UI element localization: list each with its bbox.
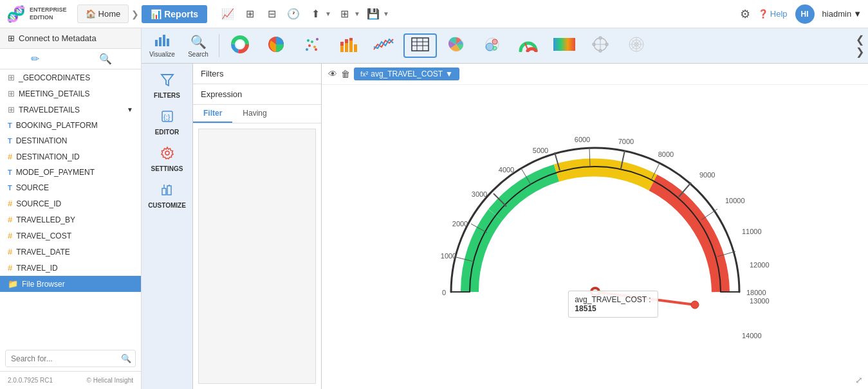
settings-tool[interactable]: SETTINGS [144,142,190,176]
filters-tool[interactable]: FILTERS [144,69,190,103]
measure-dropdown-arrow[interactable]: ▼ [445,69,453,78]
editor-icon: {;} [160,109,174,127]
home-icon: 🏠 [86,9,96,19]
table-icon: ⊞ [8,73,15,82]
chart-type-toolbar: Visualize 🔍 Search [142,28,868,64]
having-tab-label: Having [243,109,266,118]
sidebar-item-label: MODE_OF_PAYMENT [16,168,95,177]
sidebar-search-button[interactable]: 🔍 [71,49,142,69]
radial-chart-button[interactable] [439,33,473,59]
save-dropdown[interactable]: 💾 ▼ [364,5,389,23]
having-tab[interactable]: Having [232,105,277,123]
home-button[interactable]: 🏠 Home [77,5,129,23]
user-avatar[interactable]: HI [795,5,815,24]
svg-rect-54 [167,186,171,195]
sidebar-item-travel-id[interactable]: # TRAVEL_ID [0,260,141,276]
svg-rect-17 [340,42,344,46]
hash-field-icon: # [8,263,12,273]
svg-rect-21 [349,38,353,41]
editor-tool[interactable]: {;} EDITOR [144,105,190,140]
export-dropdown[interactable]: ⬆ ▼ [306,5,331,23]
grid-chart-button[interactable] [403,33,437,58]
expression-editor[interactable] [198,129,316,384]
expression-header: Expression [193,84,321,105]
export-icon[interactable]: ⬆ [306,5,324,23]
chart-toolbar-prev[interactable]: ❮ [856,33,864,46]
pie-chart-button[interactable] [259,33,293,59]
metadata-icon: ⊞ [8,33,15,43]
svg-point-7 [236,41,244,48]
sidebar-item-source[interactable]: T SOURCE [0,180,141,195]
heatmap-chart-button[interactable] [548,35,581,56]
sidebar-item-meeting-details[interactable]: ⊞ MEETING_DETAILS [0,86,141,102]
network-chart-button[interactable] [584,33,617,59]
scatter-chart-button[interactable] [295,33,329,59]
visibility-toggle[interactable]: 👁 [328,69,337,79]
filter-tab[interactable]: Filter [193,105,232,123]
sidebar-edit-button[interactable]: ✏ [0,49,71,69]
sidebar-item-booking-platform[interactable]: T BOOKING_PLATFORM [0,118,141,133]
sidebar-item-destination[interactable]: T DESTINATION [0,133,141,149]
user-menu[interactable]: hiadmin ▼ [822,9,862,19]
history-button[interactable]: 🕐 [284,5,302,23]
text-field-icon: T [8,184,12,192]
save-dropdown-arrow[interactable]: ▼ [383,10,389,17]
hash-field-icon: # [8,231,12,240]
measure-badge[interactable]: fx² avg_TRAVEL_COST ▼ [354,68,459,80]
sidebar-item-traveldetails[interactable]: ⊞ TRAVELDETAILS ▼ [0,102,141,118]
search-chart-button[interactable]: 🔍 Search [181,32,215,60]
settings-gear-icon[interactable]: ⚙ [740,7,750,21]
sidebar-item-mode-of-payment[interactable]: T MODE_OF_PAYMENT [0,165,141,180]
tooltip-label: avg_TRAVEL_COST : [575,295,651,304]
line-chart-button[interactable]: 📈 [219,5,237,23]
visualize-label: Visualize [149,51,175,58]
table-view-button[interactable]: ⊞ [241,5,259,23]
gauge-chart-button[interactable] [512,34,545,57]
text-field-icon: T [8,122,12,129]
svg-point-13 [316,38,319,41]
pivot-button[interactable]: ⊟ [263,5,281,23]
svg-point-52 [165,151,169,155]
connect-metadata-button[interactable]: ⊞ Connect to Metadata [0,28,141,49]
scatter-chart-icon [303,35,321,56]
sidebar-search-input[interactable] [6,351,117,366]
visualize-button[interactable]: Visualize [145,31,179,60]
sidebar-item-travel-date[interactable]: # TRAVEL_DATE [0,244,141,260]
reports-button[interactable]: 📊 Reports [142,5,207,23]
sidebar-search-icon[interactable]: 🔍 [117,350,135,366]
sidebar-item-label: DESTINATION [16,136,68,145]
sidebar-item-travel-cost[interactable]: # TRAVEL_COST [0,228,141,244]
svg-rect-3 [167,39,169,46]
sidebar: ⊞ Connect to Metadata ✏ 🔍 ⊞ _GEOCORDINAT… [0,28,142,389]
sidebar-item-file-browser[interactable]: 📁 File Browser [0,276,141,292]
bubble-chart-button[interactable] [476,33,509,59]
polar-chart-button[interactable] [620,33,653,59]
sidebar-actions: ✏ 🔍 [0,49,141,69]
delete-measure-button[interactable]: 🗑 [341,69,350,79]
sidebar-item-destination-id[interactable]: # DESTINATION_ID [0,149,141,165]
customize-tool[interactable]: CUSTOMIZE [144,179,190,213]
export-dropdown-arrow[interactable]: ▼ [325,10,331,17]
svg-rect-20 [349,41,353,52]
bar-chart-button[interactable] [331,34,365,57]
sidebar-item-geocoordinates[interactable]: ⊞ _GEOCORDINATES [0,69,141,86]
columns-icon[interactable]: ⊞ [335,5,353,23]
help-link[interactable]: ❓ Help [758,9,788,19]
svg-rect-0 [155,40,158,46]
sidebar-item-travelled-by[interactable]: # TRAVELLED_BY [0,212,141,228]
columns-dropdown[interactable]: ⊞ ▼ [335,5,360,23]
chart-toolbar-next[interactable]: ❯ [856,46,864,58]
table-expand-icon: ⊞ [8,105,15,114]
columns-dropdown-arrow[interactable]: ▼ [354,10,360,17]
connect-metadata-label: Connect to Metadata [19,33,97,43]
bar-chart-icon [339,37,357,55]
donut-chart-button[interactable] [223,33,257,59]
filters-title: Filters [201,69,223,78]
expand-icon[interactable]: ⤢ [855,375,863,385]
svg-text:12000: 12000 [750,261,770,269]
text-field-icon: T [8,137,12,145]
sidebar-item-source-id[interactable]: # SOURCE_ID [0,195,141,212]
svg-rect-2 [163,35,165,46]
save-icon[interactable]: 💾 [364,5,382,23]
line-chart-button[interactable] [367,34,401,57]
